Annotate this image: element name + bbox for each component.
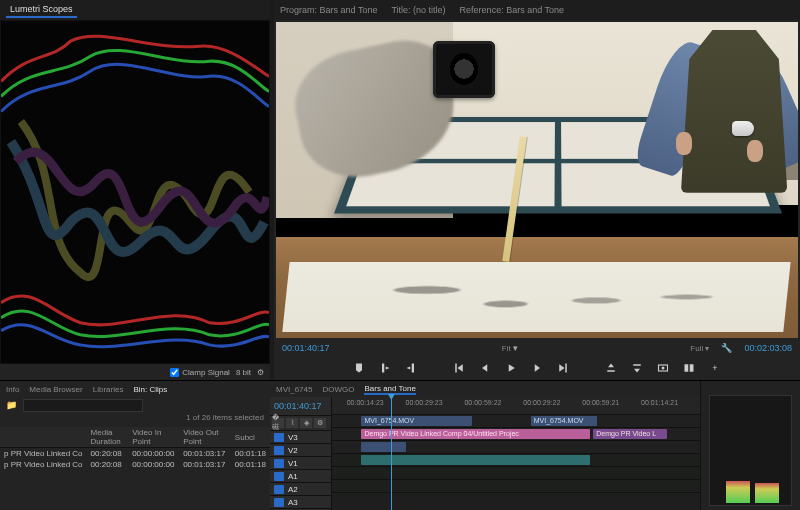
program-monitor-panel: Program: Bars and Tone Title: (no title)… [274, 0, 800, 380]
settings-toggle[interactable]: ⚙ [314, 418, 326, 428]
audio-track[interactable] [332, 467, 700, 480]
track-header-V2[interactable]: V2 [270, 444, 331, 457]
project-column-header[interactable] [0, 427, 87, 448]
marker-add-toggle[interactable]: ◈ [300, 418, 312, 428]
svg-rect-5 [690, 364, 694, 372]
ruler-tick: 00:00:29:23 [406, 399, 443, 406]
project-column-header[interactable]: Subcl [231, 427, 270, 448]
timeline-tracks-area[interactable]: 00:00:14:2300:00:29:2300:00:59:2200:00:2… [332, 397, 700, 510]
project-column-header[interactable]: Video In Point [128, 427, 179, 448]
bin-icon: 📁 [6, 400, 17, 410]
snap-toggle[interactable]: �磁 [272, 418, 284, 428]
goto-out-button[interactable] [555, 360, 571, 376]
track-header-A2[interactable]: A2 [270, 483, 331, 496]
svg-point-3 [662, 367, 665, 370]
timeline-clip[interactable]: MVI_6754.MOV [361, 416, 471, 426]
track-header-A3[interactable]: A3 [270, 496, 331, 509]
scope-bitdepth-dropdown[interactable]: 8 bit [236, 368, 251, 377]
video-track[interactable] [332, 441, 700, 454]
step-back-button[interactable] [477, 360, 493, 376]
add-marker-button[interactable] [351, 360, 367, 376]
svg-rect-4 [685, 364, 689, 372]
project-search-input[interactable] [23, 399, 143, 412]
audio-meter-panel [700, 381, 800, 510]
project-column-header[interactable]: Media Duration [87, 427, 129, 448]
button-editor-button[interactable]: + [707, 360, 723, 376]
lumetri-scopes-panel: Lumetri Scopes [0, 0, 270, 380]
ruler-tick: 00:00:14:23 [347, 399, 384, 406]
wrench-icon[interactable]: 🔧 [721, 343, 732, 353]
project-selection-status: 1 of 26 items selected [0, 413, 270, 427]
program-video-frame[interactable] [276, 22, 798, 338]
timeline-clip[interactable]: Demgo PR Video L [593, 429, 667, 439]
mark-in-button[interactable] [377, 360, 393, 376]
track-header-V1[interactable]: V1 [270, 457, 331, 470]
program-playhead-timecode[interactable]: 00:01:40:17 [282, 343, 330, 353]
tab-media-browser[interactable]: Media Browser [29, 385, 82, 394]
sequence-tab-0[interactable]: MVI_6745 [276, 385, 312, 394]
play-button[interactable] [503, 360, 519, 376]
project-row[interactable]: p PR Video Linked Co00:20:0800:00:00:000… [0, 459, 270, 470]
scope-settings-icon[interactable]: ⚙ [257, 368, 264, 377]
extract-button[interactable] [629, 360, 645, 376]
timeline-clip[interactable] [361, 455, 589, 465]
program-transport-controls: + [274, 356, 800, 380]
timeline-ruler[interactable]: 00:00:14:2300:00:29:2300:00:59:2200:00:2… [332, 397, 700, 415]
video-track[interactable]: MVI_6754.MOVMVI_6754.MOV [332, 415, 700, 428]
sequence-tab-1[interactable]: DOWGO [322, 385, 354, 394]
track-header-V3[interactable]: V3 [270, 431, 331, 444]
program-tab-main[interactable]: Program: Bars and Tone [280, 5, 377, 15]
timeline-playhead[interactable] [391, 397, 392, 510]
timeline-clip[interactable] [361, 442, 405, 452]
export-frame-button[interactable] [655, 360, 671, 376]
project-bin-table[interactable]: Media DurationVideo In PointVideo Out Po… [0, 427, 270, 510]
project-panel: Info Media Browser Libraries Bin: Clips … [0, 381, 270, 510]
ruler-tick: 00:00:29:22 [523, 399, 560, 406]
project-column-header[interactable]: Video Out Point [179, 427, 231, 448]
program-resolution-dropdown[interactable]: Full ▾ [690, 344, 709, 353]
tab-bin-clips[interactable]: Bin: Clips [133, 385, 167, 394]
scope-waveform [0, 20, 270, 364]
track-header-A1[interactable]: A1 [270, 470, 331, 483]
audio-track[interactable] [332, 480, 700, 493]
comparison-view-button[interactable] [681, 360, 697, 376]
linked-selection-toggle[interactable]: ⌇ [286, 418, 298, 428]
project-row[interactable]: p PR Video Linked Co00:20:0800:00:00:000… [0, 448, 270, 460]
tab-info[interactable]: Info [6, 385, 19, 394]
tab-libraries[interactable]: Libraries [93, 385, 124, 394]
timeline-panel: MVI_6745 DOWGO Bars and Tone 00:01:40:17… [270, 381, 700, 510]
ruler-tick: 00:00:59:21 [582, 399, 619, 406]
goto-in-button[interactable] [451, 360, 467, 376]
audio-track[interactable] [332, 454, 700, 467]
lift-button[interactable] [603, 360, 619, 376]
program-tab-title[interactable]: Title: (no title) [391, 5, 445, 15]
timeline-clip[interactable]: MVI_6754.MOV [531, 416, 597, 426]
ruler-tick: 00:00:59:22 [464, 399, 501, 406]
timeline-clip[interactable]: Demgo PR Video Linked Comp 04/Untitled P… [361, 429, 589, 439]
clamp-signal-checkbox[interactable]: Clamp Signal [170, 368, 230, 377]
tab-lumetri-scopes[interactable]: Lumetri Scopes [6, 2, 77, 18]
sequence-tab-2[interactable]: Bars and Tone [364, 384, 415, 395]
video-track[interactable]: Demgo PR Video Linked Comp 04/Untitled P… [332, 428, 700, 441]
program-duration-timecode: 00:02:03:08 [744, 343, 792, 353]
mark-out-button[interactable] [403, 360, 419, 376]
program-zoom-fit[interactable]: Fit [502, 344, 511, 353]
timeline-track-header: 00:01:40:17 �磁 ⌇ ◈ ⚙ V3V2V1A1A2A3 [270, 397, 332, 510]
step-forward-button[interactable] [529, 360, 545, 376]
ruler-tick: 00:01:14:21 [641, 399, 678, 406]
program-tab-reference[interactable]: Reference: Bars and Tone [460, 5, 564, 15]
audio-meter[interactable] [709, 395, 792, 506]
